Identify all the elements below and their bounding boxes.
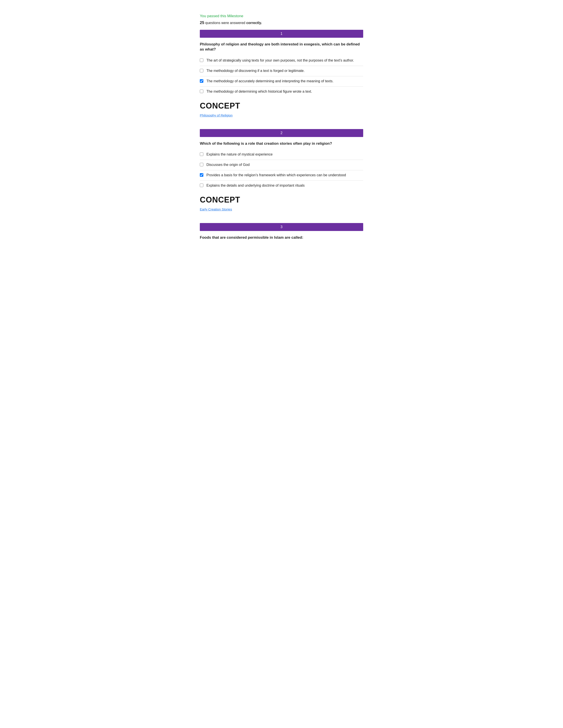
- option-item-2-3: Provides a basis for the religion's fram…: [200, 170, 363, 181]
- option-text-q1o3: The methodology of accurately determinin…: [206, 79, 334, 84]
- milestone-count: 25 questions were answered correctly.: [200, 20, 363, 26]
- concept-label-1: CONCEPT: [200, 100, 363, 112]
- concept-label-2: CONCEPT: [200, 194, 363, 206]
- option-text-q2o4: Explains the details and underlying doct…: [206, 183, 305, 188]
- question-block-1: Philosophy of religion and theology are …: [200, 42, 363, 122]
- question-block-2: Which of the following is a role that cr…: [200, 141, 363, 216]
- questions-container: 1Philosophy of religion and theology are…: [200, 30, 363, 240]
- milestone-passed-label: You passed this Milestone: [200, 13, 363, 19]
- checkbox-q1o4[interactable]: [200, 90, 203, 93]
- option-item-2-1: Explains the nature of mystical experien…: [200, 150, 363, 160]
- milestone-correctly-word: correctly.: [246, 21, 262, 25]
- option-item-2-2: Discusses the origin of God: [200, 160, 363, 170]
- milestone-count-num: 25: [200, 21, 204, 25]
- option-item-1-3: The methodology of accurately determinin…: [200, 76, 363, 87]
- checkbox-wrap-q2o4: [200, 183, 203, 189]
- question-block-3: Foods that are considered permissible in…: [200, 235, 363, 240]
- milestone-section: You passed this Milestone 25 questions w…: [200, 13, 363, 26]
- checkbox-q2o2[interactable]: [200, 163, 203, 166]
- concept-link-1[interactable]: Philosophy of Religion: [200, 113, 232, 118]
- question-bar-1: 1: [200, 30, 363, 38]
- checkbox-wrap-q1o2: [200, 69, 203, 74]
- question-text-3: Foods that are considered permissible in…: [200, 235, 363, 240]
- option-text-q1o1: The art of strategically using texts for…: [206, 58, 354, 63]
- checkbox-wrap-q1o4: [200, 89, 203, 95]
- question-bar-2: 2: [200, 129, 363, 137]
- checkbox-wrap-q2o2: [200, 163, 203, 168]
- question-text-2: Which of the following is a role that cr…: [200, 141, 363, 146]
- option-text-q2o1: Explains the nature of mystical experien…: [206, 152, 273, 157]
- option-text-q2o3: Provides a basis for the religion's fram…: [206, 173, 346, 178]
- milestone-count-text2: questions were answered: [205, 21, 245, 25]
- option-text-q1o4: The methodology of determining which his…: [206, 89, 312, 94]
- question-text-1: Philosophy of religion and theology are …: [200, 42, 363, 52]
- option-list-2: Explains the nature of mystical experien…: [200, 150, 363, 191]
- checkbox-q2o3[interactable]: [200, 173, 203, 177]
- question-bar-3: 3: [200, 223, 363, 231]
- checkbox-q2o1[interactable]: [200, 152, 203, 156]
- checkbox-q1o3[interactable]: [200, 79, 203, 83]
- checkbox-wrap-q2o3: [200, 173, 203, 178]
- checkbox-q2o4[interactable]: [200, 184, 203, 187]
- option-item-1-2: The methodology of discovering if a text…: [200, 66, 363, 76]
- checkbox-wrap-q1o3: [200, 79, 203, 84]
- option-item-2-4: Explains the details and underlying doct…: [200, 181, 363, 191]
- option-item-1-4: The methodology of determining which his…: [200, 87, 363, 97]
- checkbox-wrap-q2o1: [200, 152, 203, 158]
- checkbox-q1o2[interactable]: [200, 69, 203, 72]
- option-text-q1o2: The methodology of discovering if a text…: [206, 68, 305, 73]
- option-list-1: The art of strategically using texts for…: [200, 56, 363, 97]
- checkbox-wrap-q1o1: [200, 58, 203, 64]
- option-text-q2o2: Discusses the origin of God: [206, 162, 250, 167]
- checkbox-q1o1[interactable]: [200, 58, 203, 62]
- option-item-1-1: The art of strategically using texts for…: [200, 56, 363, 66]
- concept-link-2[interactable]: Early Creation Stories: [200, 207, 232, 212]
